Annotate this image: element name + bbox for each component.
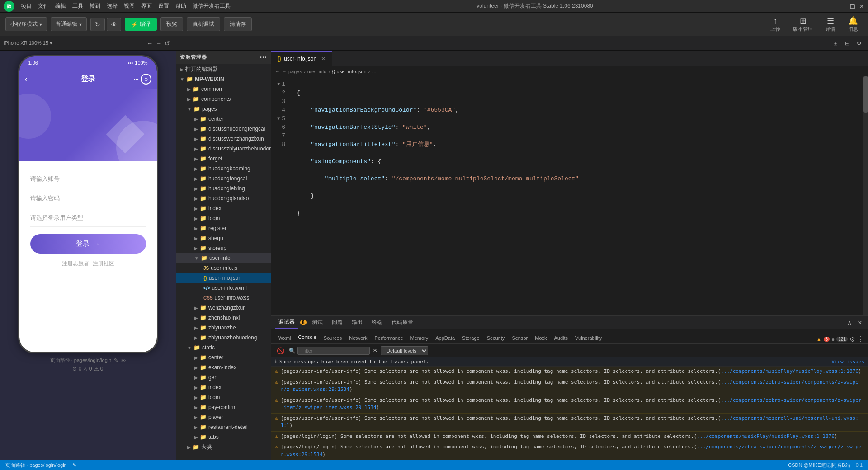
split-icon[interactable]: ⊟	[842, 39, 852, 47]
view-issues-link[interactable]: View issues	[831, 359, 864, 365]
account-input[interactable]: 请输入账号	[30, 170, 146, 188]
win-minimize[interactable]: —	[839, 3, 845, 10]
tab-test[interactable]: 测试	[308, 317, 326, 328]
menu-item-view[interactable]: 视图	[124, 2, 135, 10]
folder-zhenshuxinxi[interactable]: ▶ 📁 zhenshuxinxi	[176, 313, 271, 323]
panel-close-icon[interactable]: ✕	[855, 319, 864, 326]
phone-back-icon[interactable]: ‹	[25, 75, 28, 84]
menu-item-tools[interactable]: 工具	[72, 2, 83, 10]
register-volunteer-link[interactable]: 注册志愿者	[62, 260, 89, 268]
console-clear-btn[interactable]: 🚫	[275, 347, 286, 354]
real-debug-btn[interactable]: 真机调试	[187, 17, 220, 31]
folder-examindex[interactable]: ▶ 📁 exam-index	[176, 362, 271, 372]
breadcrumb-nav-back[interactable]: ←	[275, 69, 280, 74]
folder-register[interactable]: ▶ 📁 register	[176, 223, 271, 233]
path-edit-icon[interactable]: ✎	[114, 357, 118, 363]
folder-storeup[interactable]: ▶ 📁 storeup	[176, 243, 271, 253]
folder-static-login[interactable]: ▶ 📁 login	[176, 392, 271, 402]
dtab-sensor[interactable]: Sensor	[508, 333, 531, 343]
compile-btn[interactable]: ⚡ 编译	[125, 18, 157, 31]
folder-pages[interactable]: ▼ 📁 pages	[176, 104, 271, 114]
eye-toggle-icon[interactable]: 👁	[373, 348, 378, 354]
preview-eye-btn[interactable]: 👁	[107, 18, 121, 31]
folder-huodongfengcai[interactable]: ▶ 📁 huodongfengcai	[176, 174, 271, 183]
folder-components[interactable]: ▶ 📁 components	[176, 94, 271, 104]
nav-back-btn[interactable]: ←	[146, 40, 153, 47]
path-eye-icon[interactable]: 👁	[121, 358, 126, 363]
dtab-sources[interactable]: Sources	[320, 333, 345, 343]
folder-wenzhangzixun[interactable]: ▶ 📁 wenzhangzixun	[176, 303, 271, 313]
mode-selector[interactable]: 小程序模式 ▾	[5, 17, 47, 31]
breadcrumb-nav-fwd[interactable]: →	[282, 69, 287, 74]
win-maximize[interactable]: ⧠	[849, 3, 855, 10]
panel-collapse-icon[interactable]: ∧	[845, 319, 854, 326]
folder-shequ[interactable]: ▶ 📁 shequ	[176, 233, 271, 243]
breadcrumb-ellipsis[interactable]: …	[372, 69, 377, 74]
dtab-appdata[interactable]: AppData	[432, 333, 458, 343]
dtab-performance[interactable]: Performance	[371, 333, 407, 343]
menu-item-settings[interactable]: 设置	[158, 2, 169, 10]
login-button[interactable]: 登录 →	[30, 234, 146, 254]
editor-selector[interactable]: 普通编辑 ▾	[51, 17, 87, 31]
folder-restaurantdetail[interactable]: ▶ 📁 restaurant-detail	[176, 422, 271, 432]
settings-icon[interactable]: ⚙	[854, 39, 864, 47]
explorer-more-icon[interactable]: ⋯	[259, 53, 267, 61]
folder-zhiyuanzhehuodong[interactable]: ▶ 📁 zhiyuanzhehuodong	[176, 333, 271, 343]
dtab-security[interactable]: Security	[483, 333, 509, 343]
folder-static-index[interactable]: ▶ 📁 index	[176, 382, 271, 392]
folder-static[interactable]: ▼ 📁 static	[176, 343, 271, 352]
code-content[interactable]: { "navigationBarBackgroundColor": "#6553…	[291, 76, 863, 315]
folder-discusshuodong[interactable]: ▶ 📁 discusshuodongfengcai	[176, 124, 271, 134]
editor-scrollbar[interactable]	[863, 76, 868, 315]
clear-btn[interactable]: 清清存	[224, 17, 252, 31]
preview-btn[interactable]: 预览	[160, 17, 183, 31]
version-btn[interactable]: ⊞ 版本管理	[788, 14, 817, 34]
menu-item-select[interactable]: 选择	[107, 2, 118, 10]
folder-userinfo[interactable]: ▼ 📁 user-info	[176, 253, 271, 263]
upload-btn[interactable]: ↑ 上传	[766, 14, 785, 34]
folder-discusszhiyuan[interactable]: ▶ 📁 discusszhiyuanzhehuodong	[176, 144, 271, 154]
dtab-mock[interactable]: Mock	[531, 333, 550, 343]
root-folder[interactable]: ▼ 📁 MP-WEIXIN	[176, 74, 271, 84]
folder-zhiyuanzhe[interactable]: ▶ 📁 zhiyuanzhe	[176, 323, 271, 333]
folder-huodongbaoming[interactable]: ▶ 📁 huodongbaoming	[176, 164, 271, 174]
folder-center[interactable]: ▶ 📁 center	[176, 114, 271, 124]
compile-icon-btn[interactable]: ↻	[90, 18, 105, 31]
tab-userinfo-json[interactable]: {} user-info.json ✕	[271, 51, 332, 66]
folder-static-center[interactable]: ▶ 📁 center	[176, 352, 271, 362]
phone-menu-dots-icon[interactable]: •••	[134, 77, 139, 82]
msg-btn[interactable]: 🔔 消息	[844, 14, 863, 34]
menu-item-help[interactable]: 帮助	[175, 2, 186, 10]
menu-item-interface[interactable]: 界面	[141, 2, 152, 10]
folder-discusswenzhang[interactable]: ▶ 📁 discusswenzhangzixun	[176, 134, 271, 144]
dtab-network[interactable]: Network	[345, 333, 371, 343]
tab-close-btn[interactable]: ✕	[321, 56, 326, 62]
grid-icon[interactable]: ⊞	[830, 39, 840, 47]
menu-item-file[interactable]: 文件	[38, 2, 49, 10]
dtab-audits[interactable]: Audits	[551, 333, 572, 343]
open-recently-item[interactable]: ▶ 打开的编辑器	[176, 64, 271, 74]
tab-issues[interactable]: 问题	[328, 317, 346, 328]
more-options-icon[interactable]: ⋮	[857, 335, 864, 343]
folder-common[interactable]: ▶ 📁 common	[176, 84, 271, 94]
tab-terminal[interactable]: 终端	[368, 317, 386, 328]
dtab-storage[interactable]: Storage	[458, 333, 483, 343]
dtab-vulnerability[interactable]: Vulnerability	[571, 333, 606, 343]
folder-gen[interactable]: ▶ 📁 gen	[176, 372, 271, 382]
folder-dalei[interactable]: ▶ 📁 大类	[176, 442, 271, 452]
menu-item-wechat[interactable]: 微信开发者工具	[193, 2, 231, 10]
phone-camera-icon[interactable]: ⊙	[141, 74, 151, 85]
menu-item-project[interactable]: 项目	[21, 2, 32, 10]
filter-input[interactable]	[297, 347, 370, 355]
breadcrumb-pages[interactable]: pages	[288, 69, 302, 74]
folder-forget[interactable]: ▶ 📁 forget	[176, 154, 271, 164]
reload-btn[interactable]: ↺	[165, 40, 170, 47]
folder-payconfirm[interactable]: ▶ 📁 pay-confirm	[176, 402, 271, 412]
log-level-select[interactable]: Default levels	[381, 346, 428, 355]
dtab-memory[interactable]: Memory	[407, 333, 432, 343]
file-userinfo-wxss[interactable]: CSS user-info.wxss	[176, 293, 271, 303]
menu-item-edit[interactable]: 编辑	[55, 2, 66, 10]
folder-index[interactable]: ▶ 📁 index	[176, 203, 271, 213]
tab-debugger[interactable]: 调试器	[275, 316, 298, 329]
detail-btn[interactable]: ☰ 详情	[821, 14, 840, 34]
